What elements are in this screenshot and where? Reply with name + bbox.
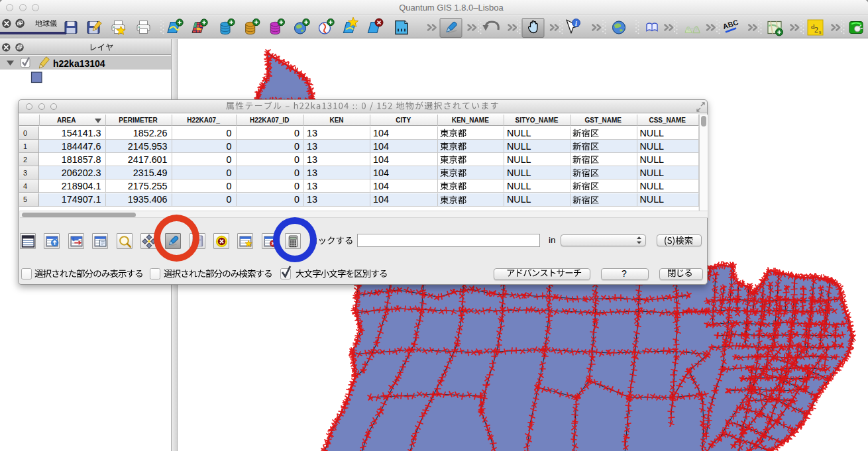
svg-text:s: s [819,28,822,35]
svg-text:i: i [575,20,577,27]
svg-text:ABC: ABC [722,18,739,30]
svg-text:2: 2 [814,25,818,34]
